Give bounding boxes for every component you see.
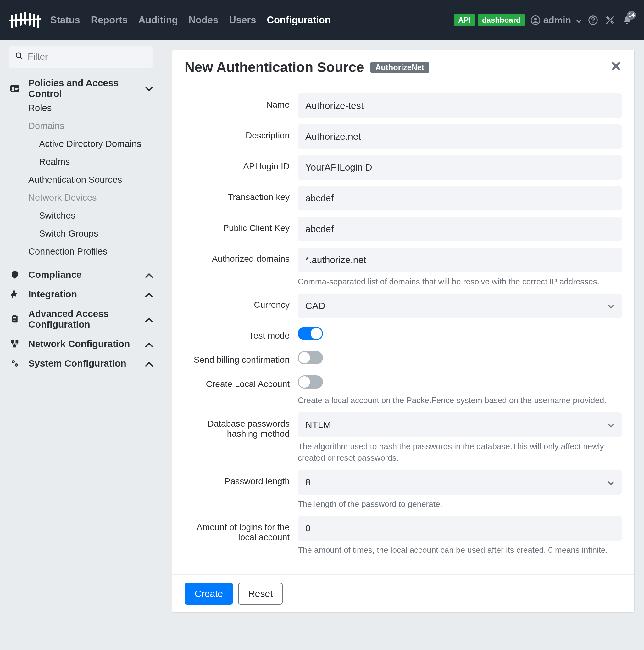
svg-point-30 — [16, 364, 17, 365]
filter-input[interactable] — [9, 46, 153, 68]
chevron-up-icon — [145, 338, 153, 349]
section-policies[interactable]: Policies and Access Control — [9, 78, 153, 99]
create-button[interactable]: Create — [185, 583, 233, 605]
status-pills: API dashboard — [454, 14, 525, 26]
user-name: admin — [543, 15, 571, 26]
nav-configuration[interactable]: Configuration — [267, 14, 331, 26]
help-hash-method: The algorithm used to hash the passwords… — [298, 441, 622, 464]
main-content: New Authentication Source AuthorizeNet N… — [162, 40, 644, 650]
svg-rect-23 — [13, 320, 16, 321]
sidebar: Policies and Access Control Roles Domain… — [0, 40, 162, 650]
pill-dashboard[interactable]: dashboard — [478, 14, 525, 26]
clipboard-icon — [9, 314, 21, 324]
section-compliance[interactable]: Compliance — [9, 269, 153, 280]
section-integration[interactable]: Integration — [9, 289, 153, 299]
sidebar-link-switch-groups[interactable]: Switch Groups — [39, 225, 153, 243]
sidebar-filter — [9, 46, 153, 68]
label-password-length: Password length — [185, 470, 298, 486]
svg-line-13 — [20, 57, 22, 59]
caret-down-icon — [576, 15, 582, 26]
close-icon[interactable] — [610, 61, 622, 75]
card-body: Name Description API login ID Transactio… — [172, 85, 634, 575]
svg-rect-22 — [13, 319, 16, 319]
select-password-length[interactable]: 8 — [298, 470, 622, 495]
input-public-client-key[interactable] — [298, 217, 622, 241]
select-hash-method[interactable]: NTLM — [298, 412, 622, 437]
input-transaction-key[interactable] — [298, 186, 622, 211]
user-icon — [531, 15, 540, 25]
toggle-test-mode[interactable] — [298, 327, 323, 340]
svg-rect-20 — [13, 315, 16, 316]
chevron-down-icon — [145, 83, 153, 94]
svg-point-15 — [12, 87, 14, 89]
input-api-login[interactable] — [298, 155, 622, 180]
svg-rect-16 — [15, 86, 18, 87]
reset-button[interactable]: Reset — [238, 583, 283, 605]
input-description[interactable] — [298, 124, 622, 149]
label-authorized-domains: Authorized domains — [185, 248, 298, 264]
sidebar-group-network-devices: Network Devices — [28, 189, 153, 207]
pill-api[interactable]: API — [454, 14, 475, 26]
toggle-create-local-account[interactable] — [298, 375, 323, 389]
bell-icon[interactable]: 14 — [621, 14, 633, 26]
section-compliance-label: Compliance — [28, 269, 82, 280]
svg-line-7 — [9, 19, 41, 21]
chevron-up-icon — [145, 358, 153, 369]
svg-rect-25 — [16, 340, 18, 343]
nav-reports[interactable]: Reports — [91, 14, 128, 26]
section-integration-label: Integration — [28, 289, 77, 299]
nav-users[interactable]: Users — [229, 14, 256, 26]
help-login-amount: The amount of times, the local account c… — [298, 544, 622, 555]
input-login-amount[interactable] — [298, 516, 622, 541]
user-menu[interactable]: admin — [531, 15, 582, 26]
sidebar-link-switches[interactable]: Switches — [39, 207, 153, 225]
label-test-mode: Test mode — [185, 324, 298, 341]
shield-icon — [9, 270, 21, 279]
sidebar-link-roles[interactable]: Roles — [28, 99, 153, 117]
nav-nodes[interactable]: Nodes — [189, 14, 219, 26]
svg-rect-17 — [15, 88, 18, 89]
caret-down-icon — [608, 300, 614, 311]
id-card-icon — [9, 83, 21, 94]
label-create-local-account: Create Local Account — [185, 373, 298, 389]
nav-status[interactable]: Status — [50, 14, 80, 26]
sidebar-link-realms[interactable]: Realms — [39, 153, 153, 171]
sidebar-link-ad-domains[interactable]: Active Directory Domains — [39, 135, 153, 153]
chevron-up-icon — [145, 314, 153, 324]
label-hash-method: Database passwords hashing method — [185, 412, 298, 439]
sidebar-link-auth-sources[interactable]: Authentication Sources — [28, 171, 153, 189]
help-create-local-account: Create a local account on the PacketFenc… — [298, 395, 622, 406]
form-card: New Authentication Source AuthorizeNet N… — [172, 50, 635, 613]
svg-rect-18 — [15, 89, 17, 90]
select-currency[interactable]: CAD — [298, 293, 622, 318]
chevron-up-icon — [145, 289, 153, 299]
sidebar-link-connection-profiles[interactable]: Connection Profiles — [28, 243, 153, 260]
label-description: Description — [185, 124, 298, 141]
search-icon — [15, 51, 23, 62]
section-network-config-label: Network Configuration — [28, 338, 130, 349]
label-send-billing: Send billing confirmation — [185, 349, 298, 365]
chevron-up-icon — [145, 269, 153, 280]
caret-down-icon — [608, 477, 614, 488]
label-login-amount: Amount of logins for the local account — [185, 516, 298, 542]
section-system-config[interactable]: System Configuration — [9, 358, 153, 369]
section-network-config[interactable]: Network Configuration — [9, 338, 153, 349]
caret-down-icon — [608, 420, 614, 430]
section-advanced-access[interactable]: Advanced Access Configuration — [9, 308, 153, 330]
sidebar-group-domains: Domains — [28, 117, 153, 135]
svg-point-9 — [534, 17, 537, 20]
card-header: New Authentication Source AuthorizeNet — [172, 50, 634, 85]
toggle-send-billing[interactable] — [298, 351, 323, 364]
svg-point-28 — [12, 361, 13, 362]
input-name[interactable] — [298, 94, 622, 118]
main-nav: Status Reports Auditing Nodes Users Conf… — [50, 14, 331, 26]
help-icon[interactable] — [588, 14, 599, 26]
svg-point-11 — [593, 22, 593, 23]
input-authorized-domains[interactable] — [298, 248, 622, 272]
tools-icon[interactable] — [604, 14, 616, 26]
network-icon — [9, 339, 21, 349]
label-api-login: API login ID — [185, 155, 298, 172]
puzzle-icon — [9, 289, 21, 299]
nav-auditing[interactable]: Auditing — [138, 14, 178, 26]
svg-rect-21 — [13, 318, 16, 318]
